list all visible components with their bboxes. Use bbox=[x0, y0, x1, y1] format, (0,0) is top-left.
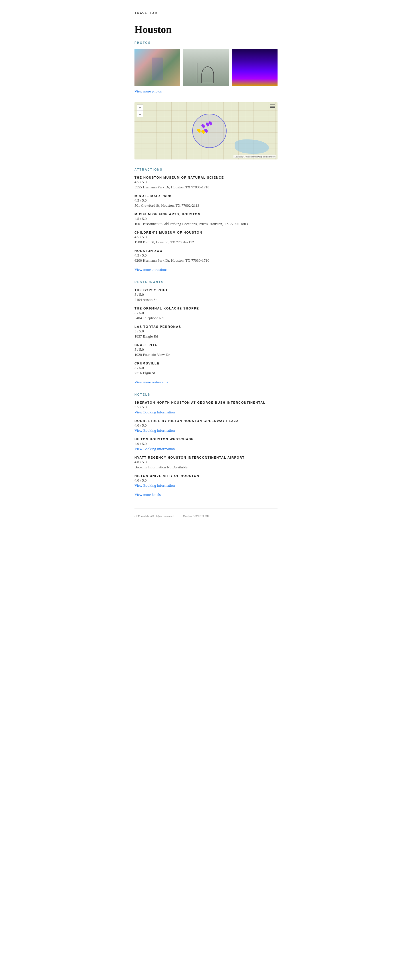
restaurants-list: THE GYPSY POET 5 / 5.0 2404 Austin St TH… bbox=[135, 288, 277, 375]
attraction-address-0: 5555 Hermann Park Dr, Houston, TX 77030-… bbox=[135, 185, 277, 189]
attraction-name-0: THE HOUSTON MUSEUM OF NATURAL SCIENCE bbox=[135, 176, 277, 179]
restaurant-item-1: THE ORIGINAL KOLACHE SHOPPE 5 / 5.0 5404… bbox=[135, 307, 277, 320]
hotels-label: HOTELS bbox=[135, 393, 277, 396]
attraction-name-4: HOUSTON ZOO bbox=[135, 249, 277, 253]
attraction-item-0: THE HOUSTON MUSEUM OF NATURAL SCIENCE 4.… bbox=[135, 176, 277, 189]
photos-section: PHOTOS View more photos bbox=[135, 41, 277, 94]
restaurant-rating-3: 5 / 5.0 bbox=[135, 347, 277, 352]
view-more-hotels-link[interactable]: View more hotels bbox=[135, 492, 161, 497]
hotel-item-2: HILTON HOUSTON WESTCHASE 4.0 / 5.0 View … bbox=[135, 438, 277, 451]
footer-design: Design: HTML5 UP bbox=[183, 514, 209, 518]
view-more-restaurants-link[interactable]: View more restaurants bbox=[135, 380, 168, 384]
attraction-address-2: 1001 Bissonnet St Add Parking Locations,… bbox=[135, 221, 277, 226]
hotel-name-0: SHERATON NORTH HOUSTON AT GEORGE BUSH IN… bbox=[135, 401, 277, 404]
hotel-booking-link-1[interactable]: View Booking Information bbox=[135, 428, 175, 433]
map-background bbox=[135, 102, 277, 159]
attraction-name-3: CHILDREN'S MUSEUM OF HOUSTON bbox=[135, 231, 277, 234]
restaurants-section: RESTAURANTS THE GYPSY POET 5 / 5.0 2404 … bbox=[135, 281, 277, 385]
hotel-booking-link-4[interactable]: View Booking Information bbox=[135, 483, 175, 488]
hotel-name-3: HYATT REGENCY HOUSTON INTERCONTINENTAL A… bbox=[135, 456, 277, 459]
view-more-photos-link[interactable]: View more photos bbox=[135, 89, 162, 93]
hotel-rating-4: 4.0 / 5.0 bbox=[135, 478, 277, 483]
photo-3[interactable] bbox=[232, 49, 277, 86]
restaurant-rating-2: 5 / 5.0 bbox=[135, 329, 277, 334]
restaurant-item-2: LAS TORTAS PERRONAS 5 / 5.0 1837 Bingle … bbox=[135, 325, 277, 339]
hotel-booking-link-0[interactable]: View Booking Information bbox=[135, 410, 175, 414]
attraction-name-1: MINUTE MAID PARK bbox=[135, 194, 277, 197]
attraction-item-3: CHILDREN'S MUSEUM OF HOUSTON 4.5 / 5.0 1… bbox=[135, 231, 277, 245]
photos-label: PHOTOS bbox=[135, 41, 277, 45]
restaurant-name-3: CRAFT PITA bbox=[135, 343, 277, 347]
attraction-item-1: MINUTE MAID PARK 4.5 / 5.0 501 Crawford … bbox=[135, 194, 277, 208]
restaurant-item-0: THE GYPSY POET 5 / 5.0 2404 Austin St bbox=[135, 288, 277, 302]
attraction-rating-0: 4.5 / 5.0 bbox=[135, 180, 277, 185]
hotel-rating-3: 4.0 / 5.0 bbox=[135, 460, 277, 465]
restaurant-address-4: 2316 Elgin St bbox=[135, 371, 277, 375]
restaurant-address-3: 1920 Fountain View Dr bbox=[135, 352, 277, 357]
attraction-rating-4: 4.5 / 5.0 bbox=[135, 253, 277, 258]
restaurant-item-4: CRUMBVILLE 5 / 5.0 2316 Elgin St bbox=[135, 361, 277, 375]
city-title: Houston bbox=[135, 24, 277, 35]
hotel-item-1: DOUBLETREE BY HILTON HOUSTON GREENWAY PL… bbox=[135, 419, 277, 433]
menu-line-3 bbox=[270, 107, 275, 108]
attraction-rating-1: 4.5 / 5.0 bbox=[135, 198, 277, 203]
hotel-rating-1: 4.0 / 5.0 bbox=[135, 423, 277, 428]
attraction-rating-2: 4.5 / 5.0 bbox=[135, 216, 277, 221]
map-zoom-in-button[interactable]: + bbox=[137, 105, 143, 111]
map-section: + − Leaflet | © OpenStreetMap contributo… bbox=[135, 102, 277, 159]
photos-grid bbox=[135, 49, 277, 86]
attraction-address-4: 6200 Hermann Park Dr, Houston, TX 77030-… bbox=[135, 258, 277, 263]
hotels-list: SHERATON NORTH HOUSTON AT GEORGE BUSH IN… bbox=[135, 401, 277, 488]
hotel-item-3: HYATT REGENCY HOUSTON INTERCONTINENTAL A… bbox=[135, 456, 277, 469]
map-menu-icon[interactable] bbox=[270, 105, 275, 108]
hotel-booking-na-3: Booking Information Not Available bbox=[135, 465, 187, 469]
restaurant-rating-4: 5 / 5.0 bbox=[135, 366, 277, 370]
attraction-rating-3: 4.5 / 5.0 bbox=[135, 235, 277, 239]
footer: © Travelab. All rights reserved. Design:… bbox=[135, 509, 277, 518]
map-container[interactable]: + − Leaflet | © OpenStreetMap contributo… bbox=[135, 102, 277, 159]
photo-1[interactable] bbox=[135, 49, 180, 86]
hotel-name-4: HILTON UNIVERSITY OF HOUSTON bbox=[135, 474, 277, 477]
hotel-item-4: HILTON UNIVERSITY OF HOUSTON 4.0 / 5.0 V… bbox=[135, 474, 277, 488]
restaurant-item-3: CRAFT PITA 5 / 5.0 1920 Fountain View Dr bbox=[135, 343, 277, 357]
hotels-section: HOTELS SHERATON NORTH HOUSTON AT GEORGE … bbox=[135, 393, 277, 497]
restaurant-rating-0: 5 / 5.0 bbox=[135, 292, 277, 297]
restaurant-rating-1: 5 / 5.0 bbox=[135, 311, 277, 315]
map-attribution: Leaflet | © OpenStreetMap contributors bbox=[233, 155, 276, 158]
attractions-section: ATTRACTIONS THE HOUSTON MUSEUM OF NATURA… bbox=[135, 168, 277, 272]
photo-2[interactable] bbox=[183, 49, 229, 86]
hotel-rating-2: 4.0 / 5.0 bbox=[135, 441, 277, 446]
brand-name: TRAVELLAB bbox=[135, 11, 277, 15]
hotel-name-1: DOUBLETREE BY HILTON HOUSTON GREENWAY PL… bbox=[135, 419, 277, 423]
attraction-address-1: 501 Crawford St, Houston, TX 77002-2113 bbox=[135, 203, 277, 208]
restaurant-name-2: LAS TORTAS PERRONAS bbox=[135, 325, 277, 328]
restaurant-address-2: 1837 Bingle Rd bbox=[135, 334, 277, 339]
footer-copyright: © Travelab. All rights reserved. bbox=[135, 514, 174, 518]
menu-line-1 bbox=[270, 105, 275, 105]
hotel-name-2: HILTON HOUSTON WESTCHASE bbox=[135, 438, 277, 441]
attraction-name-2: MUSEUM OF FINE ARTS, HOUSTON bbox=[135, 212, 277, 216]
view-more-attractions-link[interactable]: View more attractions bbox=[135, 267, 167, 272]
restaurant-name-1: THE ORIGINAL KOLACHE SHOPPE bbox=[135, 307, 277, 310]
map-controls: + − bbox=[137, 105, 143, 118]
menu-line-2 bbox=[270, 106, 275, 107]
attractions-label: ATTRACTIONS bbox=[135, 168, 277, 171]
attraction-item-2: MUSEUM OF FINE ARTS, HOUSTON 4.5 / 5.0 1… bbox=[135, 212, 277, 226]
attraction-address-3: 1500 Binz St, Houston, TX 77004-7112 bbox=[135, 240, 277, 245]
restaurant-address-1: 5404 Telephone Rd bbox=[135, 316, 277, 320]
restaurant-name-4: CRUMBVILLE bbox=[135, 361, 277, 365]
restaurant-address-0: 2404 Austin St bbox=[135, 298, 277, 302]
attraction-item-4: HOUSTON ZOO 4.5 / 5.0 6200 Hermann Park … bbox=[135, 249, 277, 263]
restaurant-name-0: THE GYPSY POET bbox=[135, 288, 277, 292]
restaurants-label: RESTAURANTS bbox=[135, 281, 277, 284]
map-zoom-out-button[interactable]: − bbox=[137, 111, 143, 118]
hotel-item-0: SHERATON NORTH HOUSTON AT GEORGE BUSH IN… bbox=[135, 401, 277, 415]
hotel-booking-link-2[interactable]: View Booking Information bbox=[135, 447, 175, 451]
hotel-rating-0: 3.5 / 5.0 bbox=[135, 405, 277, 409]
attractions-list: THE HOUSTON MUSEUM OF NATURAL SCIENCE 4.… bbox=[135, 176, 277, 263]
